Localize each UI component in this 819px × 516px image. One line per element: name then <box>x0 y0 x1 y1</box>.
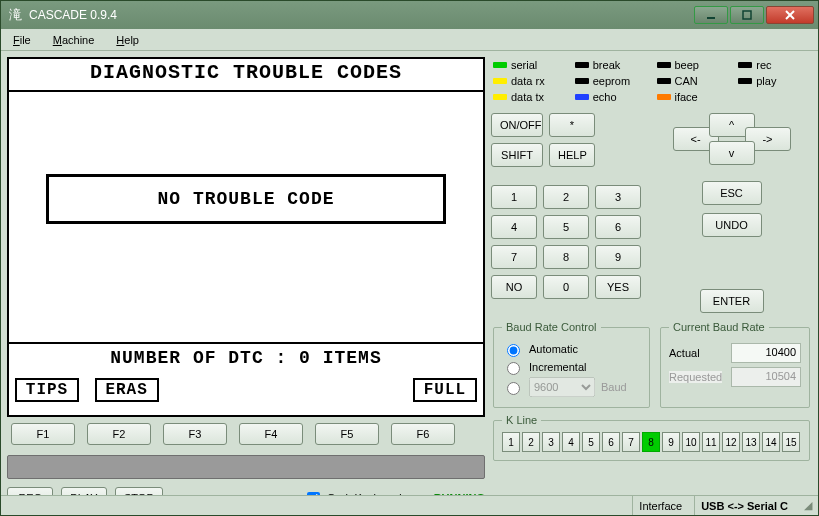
led-datarx-lamp <box>493 78 507 84</box>
f6-button[interactable]: F6 <box>391 423 455 445</box>
status-iface-value: USB <-> Serial C <box>694 496 794 515</box>
kline-cell-1[interactable]: 1 <box>502 432 520 452</box>
key-3[interactable]: 3 <box>595 185 641 209</box>
led-break-lamp <box>575 62 589 68</box>
f2-button[interactable]: F2 <box>87 423 151 445</box>
baud-control-legend: Baud Rate Control <box>502 321 601 333</box>
key-6[interactable]: 6 <box>595 215 641 239</box>
kline-cell-4[interactable]: 4 <box>562 432 580 452</box>
led-break: break <box>575 59 647 71</box>
led-iface: iface <box>657 91 729 103</box>
kline-cell-7[interactable]: 7 <box>622 432 640 452</box>
nav-down-button[interactable]: v <box>709 141 755 165</box>
menu-file-label: ile <box>20 34 31 46</box>
key-2[interactable]: 2 <box>543 185 589 209</box>
softkey-2: ERAS <box>95 378 159 402</box>
onoff-button[interactable]: ON/OFF <box>491 113 543 137</box>
maximize-button[interactable] <box>730 6 764 24</box>
f3-button[interactable]: F3 <box>163 423 227 445</box>
lcd-footer: NUMBER OF DTC : 0 ITEMS <box>9 342 483 378</box>
menu-help[interactable]: Help <box>112 32 143 48</box>
fkey-row: F1 F2 F3 F4 F5 F6 <box>7 423 485 445</box>
enter-button[interactable]: ENTER <box>700 289 764 313</box>
led-datarx: data rx <box>493 75 565 87</box>
kline-cell-9[interactable]: 9 <box>662 432 680 452</box>
nav-pad: <- ^ -> v <box>680 113 784 165</box>
led-can: CAN <box>657 75 729 87</box>
led-datatx: data tx <box>493 91 565 103</box>
app-icon: 滝 <box>7 7 23 23</box>
softkey-5 <box>333 378 397 402</box>
current-baud-group: Current Baud Rate Actual10400 Requested1… <box>660 321 810 408</box>
softkey-4 <box>254 378 318 402</box>
yes-button[interactable]: YES <box>595 275 641 299</box>
softkey-6: FULL <box>413 378 477 402</box>
no-button[interactable]: NO <box>491 275 537 299</box>
svg-rect-1 <box>743 11 751 19</box>
kline-row: 123456789101112131415 <box>502 432 801 452</box>
baud-inc-option[interactable]: Incremental <box>502 359 641 375</box>
kline-cell-5[interactable]: 5 <box>582 432 600 452</box>
key-5[interactable]: 5 <box>543 215 589 239</box>
status-iface-label: Interface <box>632 496 688 515</box>
kline-cell-6[interactable]: 6 <box>602 432 620 452</box>
minimize-button[interactable] <box>694 6 728 24</box>
requested-label: Requested <box>669 371 722 383</box>
close-button[interactable] <box>766 6 814 24</box>
actual-label: Actual <box>669 347 700 359</box>
actual-value: 10400 <box>731 343 801 363</box>
led-play-lamp <box>738 78 752 84</box>
led-datatx-lamp <box>493 94 507 100</box>
key-1[interactable]: 1 <box>491 185 537 209</box>
help-button[interactable]: HELP <box>549 143 595 167</box>
softkey-1: TIPS <box>15 378 79 402</box>
kline-cell-12[interactable]: 12 <box>722 432 740 452</box>
led-iface-lamp <box>657 94 671 100</box>
kline-cell-2[interactable]: 2 <box>522 432 540 452</box>
kline-cell-3[interactable]: 3 <box>542 432 560 452</box>
baud-manual-option[interactable]: 9600 Baud <box>502 377 641 397</box>
kline-cell-14[interactable]: 14 <box>762 432 780 452</box>
f1-button[interactable]: F1 <box>11 423 75 445</box>
baud-manual-select[interactable]: 9600 <box>529 377 595 397</box>
lcd-screen: DIAGNOSTIC TROUBLE CODES NO TROUBLE CODE… <box>7 57 485 417</box>
key-8[interactable]: 8 <box>543 245 589 269</box>
f4-button[interactable]: F4 <box>239 423 303 445</box>
menu-machine-label: achine <box>62 34 94 46</box>
star-button[interactable]: * <box>549 113 595 137</box>
kline-cell-10[interactable]: 10 <box>682 432 700 452</box>
window-title: CASCADE 0.9.4 <box>29 8 694 22</box>
menu-machine[interactable]: Machine <box>49 32 99 48</box>
softkey-3 <box>174 378 238 402</box>
shift-button[interactable]: SHIFT <box>491 143 543 167</box>
kline-cell-11[interactable]: 11 <box>702 432 720 452</box>
current-baud-legend: Current Baud Rate <box>669 321 769 333</box>
led-eeprom-lamp <box>575 78 589 84</box>
resize-grip-icon[interactable]: ◢ <box>804 499 812 512</box>
menu-file[interactable]: File <box>9 32 35 48</box>
key-9[interactable]: 9 <box>595 245 641 269</box>
baud-auto-option[interactable]: Automatic <box>502 341 641 357</box>
led-echo: echo <box>575 91 647 103</box>
undo-button[interactable]: UNDO <box>702 213 762 237</box>
kline-cell-15[interactable]: 15 <box>782 432 800 452</box>
led-eeprom: eeprom <box>575 75 647 87</box>
key-0[interactable]: 0 <box>543 275 589 299</box>
led-panel: serial break beep rec data rx eeprom CAN… <box>491 57 812 111</box>
led-rec-lamp <box>738 62 752 68</box>
requested-value: 10504 <box>731 367 801 387</box>
key-7[interactable]: 7 <box>491 245 537 269</box>
baud-rate-control-group: Baud Rate Control Automatic Incremental … <box>493 321 650 408</box>
kline-cell-8[interactable]: 8 <box>642 432 660 452</box>
led-beep: beep <box>657 59 729 71</box>
kline-legend: K Line <box>502 414 541 426</box>
esc-button[interactable]: ESC <box>702 181 762 205</box>
led-rec: rec <box>738 59 810 71</box>
progress-bar <box>7 455 485 479</box>
key-4[interactable]: 4 <box>491 215 537 239</box>
lcd-title: DIAGNOSTIC TROUBLE CODES <box>9 59 483 92</box>
led-serial: serial <box>493 59 565 71</box>
kline-cell-13[interactable]: 13 <box>742 432 760 452</box>
menu-help-label: elp <box>124 34 139 46</box>
f5-button[interactable]: F5 <box>315 423 379 445</box>
